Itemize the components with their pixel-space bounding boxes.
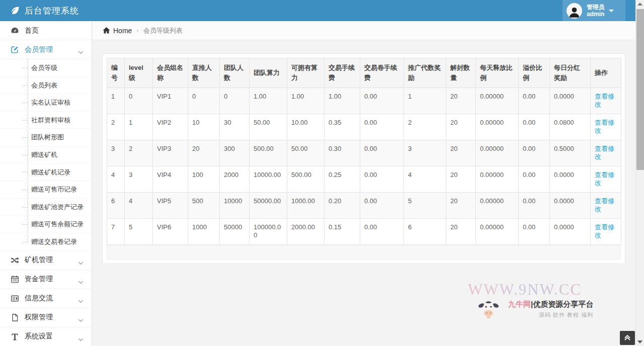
scrollbar-thumb[interactable] bbox=[636, 9, 644, 170]
text-icon bbox=[10, 332, 19, 341]
view-edit-link[interactable]: 查看修改 bbox=[595, 93, 614, 108]
table-cell: 20 bbox=[446, 114, 476, 140]
table-cell: 50000.00 bbox=[250, 193, 287, 219]
table-cell: 2 bbox=[125, 140, 153, 166]
table-cell: 3 bbox=[107, 140, 125, 166]
table-cell: 0.30 bbox=[325, 140, 360, 166]
table-cell: 50000 bbox=[220, 219, 250, 245]
table-cell: 查看修改 bbox=[591, 219, 621, 245]
sidebar-item-permission-mgmt[interactable]: 权限管理 bbox=[0, 308, 92, 327]
sidebar-item-miner-mgmt[interactable]: 矿机管理 bbox=[0, 251, 92, 270]
sidebar-item-label: 信息交流 bbox=[25, 294, 53, 303]
sidebar-subitem[interactable]: 团队树形图 bbox=[0, 129, 92, 146]
sidebar-subitem[interactable]: 赠送矿机记录 bbox=[0, 164, 92, 182]
table-cell: 0.00 bbox=[519, 193, 550, 219]
sidebar-item-system-settings[interactable]: 系统设置 bbox=[0, 327, 92, 346]
table-row: 10VIP1001.001.001.000.001200.000000.000.… bbox=[107, 88, 621, 114]
member-level-table: 编号level级会员组名称直推人数团队人数团队算力可拥有算力交易手续费交易卷手续… bbox=[107, 58, 621, 245]
table-cell: 0 bbox=[188, 88, 220, 114]
table-cell: 0.00000 bbox=[476, 166, 519, 193]
column-header: 每天释放比例 bbox=[476, 58, 519, 88]
user-role: 管理员 bbox=[587, 4, 605, 11]
table-cell: 5 bbox=[125, 219, 153, 245]
sidebar-subitem[interactable]: 赠送矿池资产记录 bbox=[0, 199, 92, 216]
chevron-down-icon bbox=[78, 258, 84, 267]
user-avatar bbox=[567, 3, 582, 19]
top-header: 后台管理系统 管理员 admin bbox=[0, 0, 644, 21]
scroll-up-icon[interactable] bbox=[637, 3, 642, 6]
sidebar: 首页会员管理会员等级会员列表实名认证审核社群资料审核团队树形图赠送矿机赠送矿机记… bbox=[0, 21, 92, 346]
table-cell: 100 bbox=[188, 166, 220, 193]
table-cell: 300 bbox=[220, 140, 250, 166]
file-icon bbox=[10, 313, 19, 322]
table-cell: 0.00 bbox=[519, 219, 550, 245]
table-cell: 0.00 bbox=[360, 88, 404, 114]
view-edit-link[interactable]: 查看修改 bbox=[595, 145, 614, 160]
table-cell: 20 bbox=[446, 193, 476, 219]
sidebar-subitem[interactable]: 会员列表 bbox=[0, 77, 92, 95]
table-cell: 0.00 bbox=[360, 114, 404, 140]
table-cell: 10000.00 bbox=[250, 166, 287, 193]
sidebar-subitem[interactable]: 赠送交易卷记录 bbox=[0, 233, 92, 251]
table-cell: VIP3 bbox=[153, 140, 188, 166]
table-cell: 2000.00 bbox=[287, 219, 325, 245]
table-row: 43VIP4100200010000.00500.000.250.004200.… bbox=[107, 166, 621, 193]
scroll-down-icon[interactable] bbox=[637, 340, 642, 343]
sidebar-subitem[interactable]: 社群资料审核 bbox=[0, 112, 92, 129]
view-edit-link[interactable]: 查看修改 bbox=[595, 197, 614, 213]
home-icon bbox=[103, 27, 110, 34]
sidebar-item-fund-mgmt[interactable]: 资金管理 bbox=[0, 270, 92, 289]
back-to-top-button[interactable] bbox=[620, 331, 635, 345]
table-cell: 2 bbox=[404, 114, 446, 140]
column-header: 推广代数奖励 bbox=[404, 58, 446, 88]
table-cell: 0 bbox=[125, 88, 153, 114]
table-cell: 20 bbox=[446, 166, 476, 193]
table-cell: VIP6 bbox=[153, 219, 188, 245]
sidebar-submenu: 会员等级会员列表实名认证审核社群资料审核团队树形图赠送矿机赠送矿机记录赠送可售币… bbox=[0, 59, 92, 251]
table-cell: 2000 bbox=[220, 166, 250, 193]
user-menu[interactable]: 管理员 admin bbox=[562, 0, 625, 21]
sidebar-subitem[interactable]: 实名认证审核 bbox=[0, 94, 92, 112]
main-content: 编号level级会员组名称直推人数团队人数团队算力可拥有算力交易手续费交易卷手续… bbox=[93, 41, 635, 346]
app-title: 后台管理系统 bbox=[25, 5, 79, 17]
table-cell: 3 bbox=[404, 140, 446, 166]
news-icon bbox=[10, 294, 19, 303]
sidebar-subitem[interactable]: 赠送矿机 bbox=[0, 146, 92, 164]
edit-icon bbox=[10, 45, 19, 54]
sidebar-item-label: 首页 bbox=[25, 26, 39, 35]
user-name: admin bbox=[587, 11, 605, 18]
view-edit-link[interactable]: 查看修改 bbox=[595, 223, 614, 239]
column-header: 交易手续费 bbox=[325, 58, 360, 88]
table-header-row: 编号level级会员组名称直推人数团队人数团队算力可拥有算力交易手续费交易卷手续… bbox=[107, 58, 621, 88]
sidebar-subitem[interactable]: 赠送可售余额记录 bbox=[0, 216, 92, 233]
sidebar-item-member-mgmt[interactable]: 会员管理 bbox=[0, 40, 92, 59]
table-cell: 0.0000 bbox=[550, 166, 591, 193]
sidebar-item-label: 矿机管理 bbox=[25, 255, 53, 265]
view-edit-link[interactable]: 查看修改 bbox=[595, 171, 614, 187]
sidebar-item-label: 系统设置 bbox=[25, 332, 53, 341]
table-row: 75VIP6100050000100000.002000.000.150.006… bbox=[107, 219, 621, 245]
chevron-up-icon bbox=[624, 335, 631, 341]
breadcrumb-home[interactable]: Home bbox=[103, 27, 132, 35]
scrollbar[interactable] bbox=[635, 0, 644, 346]
table-cell: 10.00 bbox=[287, 114, 325, 140]
table-cell: 1 bbox=[125, 114, 153, 140]
view-edit-link[interactable]: 查看修改 bbox=[595, 119, 614, 134]
sidebar-item-info-exchange[interactable]: 信息交流 bbox=[0, 289, 92, 308]
table-cell: 0.0000 bbox=[550, 219, 591, 245]
table-cell: 500 bbox=[188, 193, 220, 219]
sidebar-subitem[interactable]: 赠送可售币记录 bbox=[0, 181, 92, 199]
table-cell: 0.00 bbox=[519, 166, 550, 193]
sidebar-item-home[interactable]: 首页 bbox=[0, 21, 92, 40]
sidebar-subitem[interactable]: 会员等级 bbox=[0, 59, 92, 77]
shuffle-icon bbox=[10, 256, 19, 265]
table-cell: 1 bbox=[107, 88, 125, 114]
table-cell: 7 bbox=[107, 219, 125, 245]
table-cell: 0.25 bbox=[325, 166, 360, 193]
breadcrumb: Home › 会员等级列表 bbox=[93, 21, 635, 40]
table-cell: 1000 bbox=[188, 219, 220, 245]
caret-down-icon bbox=[609, 10, 614, 12]
table-cell: 50.00 bbox=[287, 140, 325, 166]
table-footer bbox=[107, 245, 621, 260]
table-cell: 0.00000 bbox=[476, 193, 519, 219]
